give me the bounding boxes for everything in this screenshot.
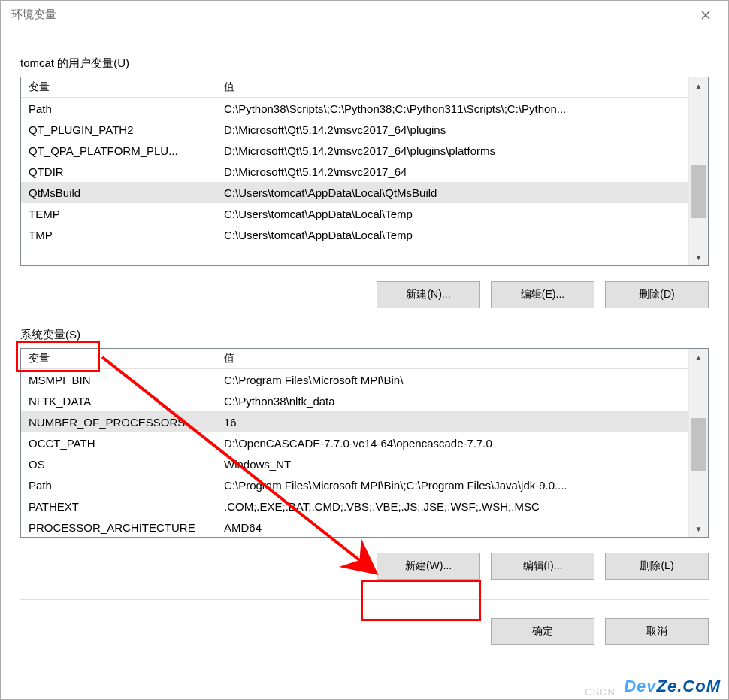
table-row[interactable]: MSMPI_BINC:\Program Files\Microsoft MPI\… bbox=[21, 369, 688, 390]
table-row[interactable]: TMPC:\Users\tomcat\AppData\Local\Temp bbox=[21, 224, 688, 245]
env-vars-dialog: 环境变量 tomcat 的用户变量(U) 变量 值 PathC:\Python3… bbox=[0, 0, 729, 700]
scroll-thumb[interactable] bbox=[691, 418, 706, 471]
user-vars-list[interactable]: 变量 值 PathC:\Python38\Scripts\;C:\Python3… bbox=[20, 77, 709, 266]
cell-var-value: C:\Users\tomcat\AppData\Local\Temp bbox=[216, 226, 688, 244]
table-row[interactable]: TEMPC:\Users\tomcat\AppData\Local\Temp bbox=[21, 203, 688, 224]
system-edit-button[interactable]: 编辑(I)... bbox=[491, 553, 594, 580]
user-vars-header: 变量 值 bbox=[21, 77, 688, 98]
cell-var-name: QtMsBuild bbox=[21, 184, 216, 202]
user-vars-buttons: 新建(N)... 编辑(E)... 删除(D) bbox=[20, 281, 709, 308]
cell-var-value: .COM;.EXE;.BAT;.CMD;.VBS;.VBE;.JS;.JSE;.… bbox=[216, 498, 688, 515]
cell-var-value: D:\OpenCASCADE-7.7.0-vc14-64\opencascade… bbox=[216, 435, 688, 452]
table-row[interactable]: OSWindows_NT bbox=[21, 453, 688, 474]
table-row[interactable]: NLTK_DATAC:\Python38\nltk_data bbox=[21, 390, 688, 411]
table-row[interactable]: QTDIRD:\Microsoft\Qt\5.14.2\msvc2017_64 bbox=[21, 161, 688, 182]
cancel-button[interactable]: 取消 bbox=[605, 618, 709, 645]
close-icon bbox=[701, 11, 710, 20]
system-vars-list[interactable]: 变量 值 MSMPI_BINC:\Program Files\Microsoft… bbox=[20, 348, 709, 538]
cell-var-value: C:\Program Files\Microsoft MPI\Bin\;C:\P… bbox=[216, 477, 688, 494]
table-row[interactable]: QT_QPA_PLATFORM_PLU...D:\Microsoft\Qt\5.… bbox=[21, 140, 688, 161]
table-row[interactable]: PROCESSOR_ARCHITECTUREAMD64 bbox=[21, 517, 688, 537]
table-row[interactable]: PathC:\Python38\Scripts\;C:\Python38;C:\… bbox=[21, 98, 688, 119]
user-vars-label: tomcat 的用户变量(U) bbox=[20, 56, 129, 71]
header-name[interactable]: 变量 bbox=[21, 77, 216, 97]
system-vars-header: 变量 值 bbox=[21, 349, 688, 369]
cell-var-name: NLTK_DATA bbox=[21, 392, 216, 410]
cell-var-value: D:\Microsoft\Qt\5.14.2\msvc2017_64\plugi… bbox=[216, 121, 688, 138]
cell-var-value: 16 bbox=[216, 414, 688, 431]
titlebar: 环境变量 bbox=[1, 1, 728, 29]
header-value[interactable]: 值 bbox=[216, 349, 688, 368]
scroll-down-icon[interactable]: ▼ bbox=[689, 520, 708, 537]
cell-var-name: TMP bbox=[21, 226, 216, 244]
watermark-brand: DevZe.CoM bbox=[624, 677, 721, 696]
table-row[interactable]: QtMsBuildC:\Users\tomcat\AppData\Local\Q… bbox=[21, 182, 688, 203]
cell-var-value: C:\Users\tomcat\AppData\Local\Temp bbox=[216, 205, 688, 223]
system-vars-label: 系统变量(S) bbox=[20, 328, 80, 342]
dialog-buttons: 确定 取消 bbox=[20, 618, 709, 645]
system-vars-scrollbar[interactable]: ▲ ▼ bbox=[688, 349, 708, 537]
cell-var-value: Windows_NT bbox=[216, 456, 688, 473]
cell-var-value: AMD64 bbox=[216, 519, 688, 536]
scroll-track[interactable] bbox=[689, 94, 708, 249]
table-row[interactable]: OCCT_PATHD:\OpenCASCADE-7.7.0-vc14-64\op… bbox=[21, 432, 688, 453]
table-row[interactable]: QT_PLUGIN_PATH2D:\Microsoft\Qt\5.14.2\ms… bbox=[21, 119, 688, 140]
cell-var-name: OS bbox=[21, 456, 216, 473]
cell-var-value: D:\Microsoft\Qt\5.14.2\msvc2017_64\plugi… bbox=[216, 142, 688, 159]
user-delete-button[interactable]: 删除(D) bbox=[605, 281, 709, 308]
table-row[interactable]: PathC:\Program Files\Microsoft MPI\Bin\;… bbox=[21, 474, 688, 495]
cell-var-name: NUMBER_OF_PROCESSORS bbox=[21, 414, 216, 431]
table-row[interactable]: NUMBER_OF_PROCESSORS16 bbox=[21, 411, 688, 432]
window-title: 环境变量 bbox=[11, 8, 691, 22]
cell-var-name: OCCT_PATH bbox=[21, 435, 216, 452]
system-delete-button[interactable]: 删除(L) bbox=[605, 553, 709, 580]
cell-var-value: D:\Microsoft\Qt\5.14.2\msvc2017_64 bbox=[216, 163, 688, 180]
scroll-up-icon[interactable]: ▲ bbox=[689, 77, 708, 94]
cell-var-value: C:\Python38\nltk_data bbox=[216, 392, 688, 410]
cell-var-value: C:\Program Files\Microsoft MPI\Bin\ bbox=[216, 371, 688, 389]
divider bbox=[20, 599, 709, 600]
close-button[interactable] bbox=[691, 4, 721, 26]
scroll-thumb[interactable] bbox=[691, 165, 706, 218]
header-name[interactable]: 变量 bbox=[21, 349, 216, 368]
user-vars-scrollbar[interactable]: ▲ ▼ bbox=[688, 77, 708, 265]
cell-var-name: PATHEXT bbox=[21, 498, 216, 515]
header-value[interactable]: 值 bbox=[216, 77, 688, 97]
ok-button[interactable]: 确定 bbox=[491, 618, 594, 645]
cell-var-name: TEMP bbox=[21, 205, 216, 223]
cell-var-name: QTDIR bbox=[21, 163, 216, 180]
cell-var-name: QT_PLUGIN_PATH2 bbox=[21, 121, 216, 138]
cell-var-name: Path bbox=[21, 100, 216, 117]
watermark-csdn: CSDN bbox=[585, 686, 616, 698]
scroll-up-icon[interactable]: ▲ bbox=[689, 349, 708, 365]
scroll-track[interactable] bbox=[689, 365, 708, 520]
cell-var-name: PROCESSOR_ARCHITECTURE bbox=[21, 519, 216, 536]
cell-var-value: C:\Python38\Scripts\;C:\Python38;C:\Pyth… bbox=[216, 100, 688, 117]
system-vars-buttons: 新建(W)... 编辑(I)... 删除(L) bbox=[20, 553, 709, 580]
scroll-down-icon[interactable]: ▼ bbox=[689, 249, 708, 265]
table-row[interactable]: PATHEXT.COM;.EXE;.BAT;.CMD;.VBS;.VBE;.JS… bbox=[21, 495, 688, 517]
system-new-button[interactable]: 新建(W)... bbox=[377, 553, 480, 580]
cell-var-name: QT_QPA_PLATFORM_PLU... bbox=[21, 142, 216, 159]
cell-var-value: C:\Users\tomcat\AppData\Local\QtMsBuild bbox=[216, 184, 688, 202]
cell-var-name: MSMPI_BIN bbox=[21, 371, 216, 389]
cell-var-name: Path bbox=[21, 477, 216, 494]
user-edit-button[interactable]: 编辑(E)... bbox=[491, 281, 594, 308]
user-new-button[interactable]: 新建(N)... bbox=[377, 281, 480, 308]
